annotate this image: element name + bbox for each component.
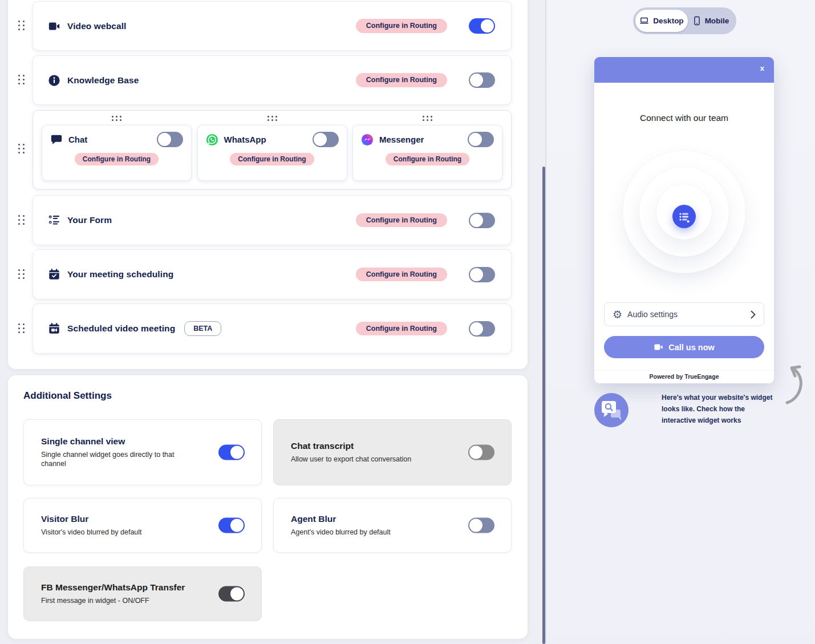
channel-card-whatsapp: WhatsApp Configure in Routing xyxy=(197,116,347,181)
fb-whatsapp-transfer-toggle[interactable] xyxy=(218,586,245,602)
tab-desktop[interactable]: Desktop xyxy=(635,10,688,32)
channel-label: Video webcall xyxy=(67,21,127,31)
setting-title: Visitor Blur xyxy=(41,514,198,524)
widget-title: Connect with our team xyxy=(594,113,774,123)
audio-settings-label: Audio settings xyxy=(627,310,678,319)
channel-label: Your meeting scheduling xyxy=(67,269,173,280)
channel-row-your-form: Your Form Configure in Routing xyxy=(33,195,512,245)
queue-list-icon xyxy=(678,210,691,223)
channel-row-scheduled-video-meeting: Scheduled video meeting BETA Configure i… xyxy=(33,303,512,354)
your-form-toggle[interactable] xyxy=(469,213,495,228)
configure-in-routing-badge[interactable]: Configure in Routing xyxy=(356,213,447,228)
setting-title: Chat transcript xyxy=(291,441,448,451)
channel-group: Chat Configure in Routing WhatsApp Confi… xyxy=(33,110,512,189)
configure-in-routing-badge[interactable]: Configure in Routing xyxy=(356,73,447,87)
info-icon xyxy=(48,74,60,87)
configure-in-routing-badge[interactable]: Configure in Routing xyxy=(75,153,159,165)
setting-card-single-channel-view: Single channel view Single channel widge… xyxy=(23,419,262,485)
curved-arrow-icon xyxy=(780,362,810,410)
video-camera-icon xyxy=(48,20,60,33)
additional-settings-title: Additional Settings xyxy=(23,390,112,402)
knowledge-base-toggle[interactable] xyxy=(469,72,495,88)
widget-header xyxy=(594,57,774,83)
channel-row-meeting-scheduling: Your meeting scheduling Configure in Rou… xyxy=(33,249,512,299)
channel-card-chat: Chat Configure in Routing xyxy=(42,116,192,181)
meeting-scheduling-toggle[interactable] xyxy=(469,267,495,282)
setting-title: Single channel view xyxy=(41,436,198,447)
setting-card-agent-blur: Agent Blur Agent's video blurred by defa… xyxy=(273,498,512,553)
setting-subtitle: Allow user to export chat conversation xyxy=(291,455,448,464)
chat-toggle[interactable] xyxy=(157,132,183,147)
powered-by-label: Powered by TrueEngage xyxy=(594,370,774,383)
form-checklist-icon xyxy=(48,214,60,226)
channel-card-messenger: Messenger Configure in Routing xyxy=(352,116,502,181)
calendar-video-icon xyxy=(48,322,60,335)
drag-handle-icon[interactable] xyxy=(112,116,121,121)
channel-label: Messenger xyxy=(379,135,424,144)
messenger-icon xyxy=(361,133,374,146)
widget-preview: x Connect with our team ⚙ Audio settings… xyxy=(594,57,774,383)
configure-in-routing-badge[interactable]: Configure in Routing xyxy=(386,153,469,165)
video-webcall-toggle[interactable] xyxy=(469,18,495,34)
channel-label: Scheduled video meeting xyxy=(67,323,175,334)
call-button-label: Call us now xyxy=(668,343,715,352)
widget-launcher-button[interactable] xyxy=(672,205,696,228)
device-toggle: Desktop Mobile xyxy=(633,7,736,34)
configure-in-routing-badge[interactable]: Configure in Routing xyxy=(356,268,447,282)
drag-handle-icon[interactable] xyxy=(18,323,25,333)
whatsapp-icon xyxy=(206,133,218,146)
drag-handle-icon[interactable] xyxy=(18,75,25,84)
configure-in-routing-badge[interactable]: Configure in Routing xyxy=(230,153,314,165)
setting-subtitle: Single channel widget goes directly to t… xyxy=(41,450,198,469)
whatsapp-toggle[interactable] xyxy=(313,132,339,147)
tab-label: Desktop xyxy=(653,17,683,25)
configure-in-routing-badge[interactable]: Configure in Routing xyxy=(356,322,447,336)
channel-label: WhatsApp xyxy=(224,135,266,144)
drag-handle-icon[interactable] xyxy=(423,116,432,121)
agent-blur-toggle[interactable] xyxy=(468,518,494,533)
configure-in-routing-badge[interactable]: Configure in Routing xyxy=(356,19,447,33)
close-icon[interactable]: x xyxy=(760,64,764,72)
mobile-phone-icon xyxy=(693,16,701,26)
drag-handle-icon[interactable] xyxy=(267,116,277,121)
single-channel-view-toggle[interactable] xyxy=(218,445,245,460)
widget-hint-avatar xyxy=(594,393,629,427)
beta-badge: BETA xyxy=(184,321,221,337)
laptop-icon xyxy=(639,16,649,26)
channel-label: Chat xyxy=(68,135,87,144)
setting-card-fb-whatsapp-transfer: FB Messenger/WhatsApp Transfer First mes… xyxy=(23,566,262,621)
drag-handle-icon[interactable] xyxy=(18,144,25,153)
setting-card-chat-transcript: Chat transcript Allow user to export cha… xyxy=(273,419,512,485)
widget-hint-text: Here's what your website's widget looks … xyxy=(662,392,780,426)
drag-handle-icon[interactable] xyxy=(18,215,25,225)
messenger-toggle[interactable] xyxy=(468,132,494,147)
setting-title: Agent Blur xyxy=(291,514,448,524)
calendar-check-icon xyxy=(48,268,60,281)
setting-card-visitor-blur: Visitor Blur Visitor's video blurred by … xyxy=(23,498,262,553)
chat-transcript-toggle[interactable] xyxy=(468,445,494,460)
channels-settings-page: Video webcall Configure in Routing Knowl… xyxy=(0,0,815,644)
gear-icon: ⚙ xyxy=(613,309,622,320)
setting-subtitle: Visitor's video blurred by default xyxy=(41,528,198,537)
audio-settings-row[interactable]: ⚙ Audio settings xyxy=(604,302,764,326)
setting-subtitle: Agent's video blurred by default xyxy=(291,528,448,537)
chat-bubble-icon xyxy=(50,133,63,146)
channel-label: Knowledge Base xyxy=(67,75,139,86)
tab-label: Mobile xyxy=(705,17,729,25)
channel-row-video-webcall: Video webcall Configure in Routing xyxy=(33,1,512,51)
tab-mobile[interactable]: Mobile xyxy=(688,16,734,26)
drag-handle-icon[interactable] xyxy=(18,269,25,279)
setting-title: FB Messenger/WhatsApp Transfer xyxy=(41,582,198,593)
call-us-now-button[interactable]: Call us now xyxy=(604,336,764,358)
scrollbar-thumb[interactable] xyxy=(542,167,545,644)
video-camera-icon xyxy=(654,342,663,352)
chevron-right-icon xyxy=(751,310,756,319)
setting-subtitle: First message in widget - ON/OFF xyxy=(41,596,198,605)
channel-label: Your Form xyxy=(67,215,112,225)
visitor-blur-toggle[interactable] xyxy=(218,518,245,533)
scheduled-video-meeting-toggle[interactable] xyxy=(469,321,495,337)
drag-handle-icon[interactable] xyxy=(18,21,25,30)
channel-row-knowledge-base: Knowledge Base Configure in Routing xyxy=(33,55,512,105)
